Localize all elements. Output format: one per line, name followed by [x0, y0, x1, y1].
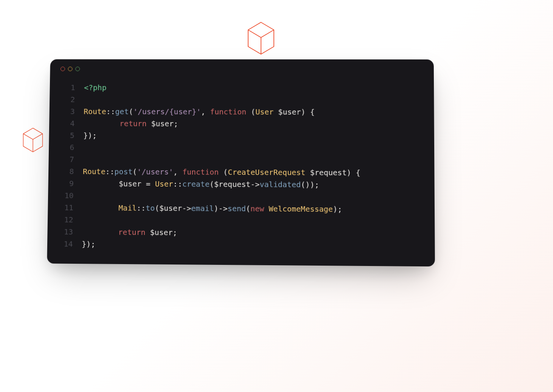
line-number: 12 [58, 213, 73, 226]
code-content: return $user; [84, 117, 179, 129]
line-number: 13 [58, 226, 73, 238]
paren-token: ( [223, 168, 228, 177]
cube-icon [246, 21, 276, 56]
brace-token: { [351, 168, 360, 177]
code-line: 1 <?php [60, 82, 423, 94]
keyword-token: function [182, 167, 223, 176]
class-token: Route [84, 107, 106, 116]
line-number: 9 [59, 177, 74, 190]
indent [82, 179, 119, 188]
code-card: 1 <?php 2 3 Route::get('/users/{user}', … [47, 59, 435, 267]
punct-token: }); [82, 240, 95, 249]
indent [82, 227, 118, 237]
paren-token: ( [246, 204, 250, 213]
keyword-token: return [120, 119, 151, 128]
code-content: return $user; [82, 226, 177, 239]
operator-token: :: [106, 167, 115, 176]
code-area: 1 <?php 2 3 Route::get('/users/{user}', … [58, 82, 424, 253]
class-token: Route [83, 167, 106, 176]
code-content: }); [83, 129, 97, 142]
keyword-token: new [250, 204, 269, 213]
code-card-wrapper: 1 <?php 2 3 Route::get('/users/{user}', … [47, 59, 433, 264]
property-token: email [191, 204, 214, 213]
string-token: '/users/{user}' [133, 107, 201, 116]
keyword-token: function [210, 107, 251, 116]
line-number: 8 [59, 165, 74, 177]
paren-token: ) [301, 107, 306, 117]
punct-token: ); [333, 205, 342, 214]
paren-token: () [301, 180, 310, 189]
method-token: get [115, 107, 129, 116]
punct-token: , [173, 167, 182, 176]
arrow-token: -> [250, 180, 259, 189]
punct-token: , [201, 107, 210, 116]
code-line: 4 return $user; [60, 117, 424, 131]
minimize-icon[interactable] [68, 67, 73, 71]
paren-token: ( [251, 107, 255, 117]
punct-token: ; [173, 228, 177, 237]
line-number: 7 [59, 153, 74, 165]
operator-token: :: [137, 204, 146, 213]
punct-token: ); [310, 180, 319, 189]
class-token: Mail [118, 203, 137, 212]
line-number: 1 [60, 82, 75, 94]
line-number: 3 [60, 106, 75, 118]
code-line: 9 $user = User::create($request->validat… [59, 177, 424, 191]
window-controls [61, 67, 423, 72]
keyword-token: return [118, 227, 150, 237]
arrow-token: -> [182, 204, 191, 213]
paren-token: ( [155, 204, 159, 213]
code-line: 3 Route::get('/users/{user}', function (… [60, 106, 423, 118]
paren-token: ( [132, 167, 137, 176]
method-token: create [182, 179, 210, 188]
code-content: Route::post('/users', function (CreateUs… [83, 165, 360, 179]
paren-token: ) [214, 204, 218, 213]
method-token: send [228, 204, 246, 213]
indent [82, 203, 119, 213]
php-open-tag: <?php [84, 83, 107, 92]
line-number: 2 [60, 93, 75, 106]
paren-token: ( [210, 180, 214, 189]
code-line: 5 }); [59, 129, 424, 143]
class-token: WelcomeMessage [269, 204, 333, 214]
variable-token: $user [119, 179, 141, 188]
maximize-icon[interactable] [75, 67, 80, 71]
cube-icon [22, 127, 44, 153]
paren-token: ) [346, 168, 351, 177]
operator-token: = [141, 179, 155, 188]
type-token: CreateUserRequest [228, 168, 310, 177]
variable-token: $request [214, 180, 251, 189]
code-line: 8 Route::post('/users', function (Create… [59, 165, 424, 179]
code-content: $user = User::create($request->validated… [82, 177, 319, 191]
variable-token: $user [278, 107, 301, 117]
arrow-token: -> [218, 204, 227, 213]
brace-token: { [306, 107, 315, 117]
line-number: 6 [59, 141, 75, 153]
line-number: 5 [59, 129, 75, 142]
close-icon[interactable] [61, 67, 65, 71]
code-line: 14 }); [58, 238, 424, 252]
code-content: <?php [84, 82, 107, 94]
punct-token: }); [83, 131, 97, 140]
code-line: 10 [59, 190, 424, 204]
string-token: '/users' [137, 167, 173, 176]
type-token: User [255, 107, 278, 117]
line-number: 4 [60, 117, 75, 129]
line-number: 11 [58, 202, 73, 214]
paren-token: ( [129, 107, 133, 116]
code-content: Route::get('/users/{user}', function (Us… [84, 106, 315, 118]
operator-token: :: [173, 179, 182, 188]
code-content: Mail::to($user->email)->send(new Welcome… [82, 202, 342, 215]
code-content: }); [82, 238, 95, 250]
line-number: 14 [58, 238, 73, 250]
variable-token: $user [150, 228, 172, 237]
code-line: 6 [59, 141, 424, 154]
method-token: post [114, 167, 132, 176]
variable-token: $request [310, 168, 346, 177]
code-line: 2 [60, 93, 424, 106]
punct-token: ; [174, 119, 178, 128]
method-token: to [146, 204, 155, 213]
variable-token: $user [159, 204, 182, 213]
method-token: validated [259, 180, 301, 189]
code-line: 7 [59, 153, 424, 167]
